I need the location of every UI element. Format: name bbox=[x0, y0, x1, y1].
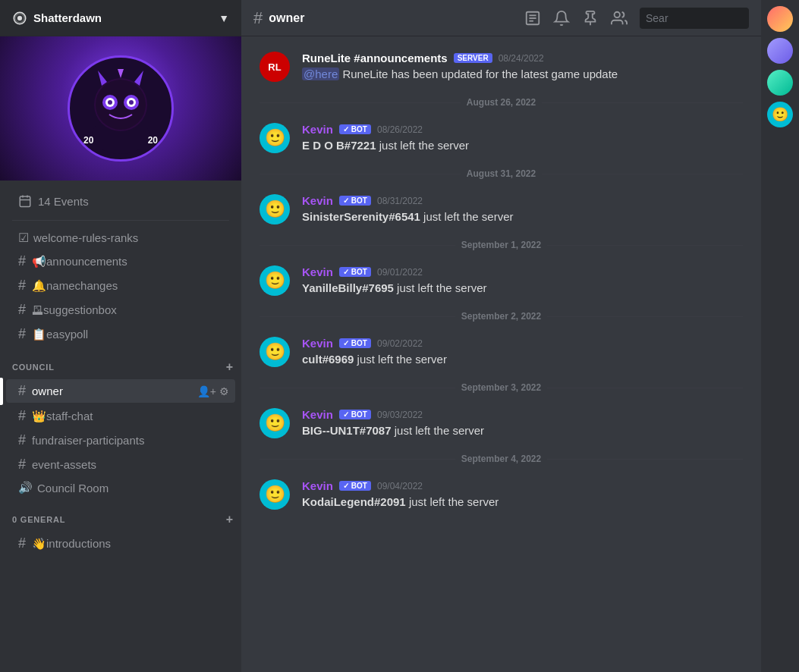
divider-text: September 1, 2022 bbox=[461, 240, 541, 250]
channel-item-welcome[interactable]: ☑ welcome-rules-ranks bbox=[6, 227, 235, 249]
message-timestamp: 08/26/2022 bbox=[377, 124, 423, 135]
voice-icon: 🔊 bbox=[18, 481, 33, 495]
message-kevin-3: 🙂 Kevin ✓BOT 09/01/2022 YanilleBilly#769… bbox=[241, 262, 761, 299]
channel-item-fundraiser[interactable]: # fundraiser-participants bbox=[6, 429, 235, 452]
threads-icon[interactable] bbox=[524, 10, 541, 27]
divider-text: August 31, 2022 bbox=[467, 168, 536, 179]
action-text: just left the server bbox=[409, 495, 499, 508]
events-item[interactable]: 14 Events bbox=[6, 188, 235, 214]
here-mention: @here bbox=[302, 68, 339, 80]
svg-point-21 bbox=[615, 11, 620, 17]
channel-left: # 👋introductions bbox=[18, 535, 111, 551]
message-kevin-6: 🙂 Kevin ✓BOT 09/04/2022 KodaiLegend#2091… bbox=[241, 476, 761, 513]
chevron-down-icon: ▼ bbox=[219, 12, 229, 24]
date-divider-aug26: August 26, 2022 bbox=[260, 97, 743, 108]
year-badge-right: 20 bbox=[148, 135, 158, 146]
channel-left: # 📢announcements bbox=[18, 253, 127, 269]
settings-icon[interactable]: ⚙ bbox=[219, 385, 229, 397]
main-content: # owner bbox=[241, 0, 761, 672]
date-divider-sep2: September 2, 2022 bbox=[260, 311, 743, 322]
notification-icon[interactable] bbox=[553, 10, 570, 27]
member-avatar-2[interactable] bbox=[767, 38, 793, 64]
message-author: RuneLite #announcements bbox=[302, 52, 448, 64]
message-header: Kevin ✓BOT 09/04/2022 bbox=[302, 479, 743, 492]
date-divider-sep4: September 4, 2022 bbox=[260, 454, 743, 464]
bot-badge: ✓BOT bbox=[339, 267, 371, 277]
category-council[interactable]: COUNCIL + bbox=[0, 347, 241, 378]
date-divider-sep3: September 3, 2022 bbox=[260, 382, 743, 393]
divider-line bbox=[260, 174, 461, 174]
server-header[interactable]: Shatterdawn ▼ bbox=[0, 0, 241, 36]
add-channel-icon[interactable]: + bbox=[225, 359, 235, 375]
add-channel-icon-general[interactable]: + bbox=[225, 511, 235, 528]
channel-label: Council Room bbox=[37, 482, 109, 495]
search-box[interactable]: Sear bbox=[640, 8, 749, 29]
message-timestamp: 09/03/2022 bbox=[377, 410, 423, 420]
member-avatar-4[interactable]: 🙂 bbox=[767, 102, 793, 127]
search-placeholder: Sear bbox=[646, 12, 668, 24]
hash-icon: # bbox=[18, 278, 26, 294]
messages-area[interactable]: RL RuneLite #announcements SERVER 08/24/… bbox=[241, 36, 761, 672]
server-name: Shatterdawn bbox=[33, 11, 102, 24]
channel-label: 🗳suggestionbox bbox=[32, 303, 117, 316]
calendar-icon bbox=[18, 194, 32, 208]
channel-item-suggestionbox[interactable]: # 🗳suggestionbox bbox=[6, 298, 235, 322]
username: SinisterSerenity#6541 bbox=[302, 210, 420, 223]
category-general[interactable]: 0 GENERAL + bbox=[0, 499, 241, 531]
message-kevin-5: 🙂 Kevin ✓BOT 09/03/2022 BIG--UN1T#7087 j… bbox=[241, 405, 761, 441]
events-label: 14 Events bbox=[38, 195, 89, 208]
channel-item-staffchat[interactable]: # 👑staff-chat bbox=[6, 404, 235, 428]
channel-label: 📋easypoll bbox=[32, 328, 88, 341]
message-text: BIG--UN1T#7087 just left the server bbox=[302, 422, 743, 438]
message-runelite: RL RuneLite #announcements SERVER 08/24/… bbox=[241, 49, 761, 85]
hash-icon: # bbox=[18, 535, 26, 551]
message-header: RuneLite #announcements SERVER 08/24/202… bbox=[302, 52, 743, 64]
username: cult#6969 bbox=[302, 353, 354, 366]
category-general-label: 0 GENERAL bbox=[12, 515, 65, 524]
svg-rect-12 bbox=[20, 196, 30, 207]
channel-left: 🔊 Council Room bbox=[18, 481, 109, 495]
hash-icon: # bbox=[18, 457, 26, 473]
message-text: YanilleBilly#7695 just left the server bbox=[302, 280, 743, 296]
member-avatar-3[interactable] bbox=[767, 70, 793, 96]
channel-item-introductions[interactable]: # 👋introductions bbox=[6, 532, 235, 555]
channel-item-announcements[interactable]: # 📢announcements bbox=[6, 250, 235, 273]
bot-badge: ✓BOT bbox=[339, 410, 371, 419]
action-text: just left the server bbox=[395, 424, 484, 437]
svg-point-7 bbox=[108, 100, 112, 105]
message-author: Kevin bbox=[302, 194, 333, 207]
divider-line bbox=[542, 102, 743, 103]
add-member-icon[interactable]: 👤+ bbox=[197, 385, 216, 397]
avatar-kevin: 🙂 bbox=[260, 123, 290, 153]
message-kevin-2: 🙂 Kevin ✓BOT 08/31/2022 SinisterSerenity… bbox=[241, 191, 761, 228]
channel-item-eventassets[interactable]: # event-assets bbox=[6, 453, 235, 476]
username: BIG--UN1T#7087 bbox=[302, 424, 392, 437]
avatar-kevin: 🙂 bbox=[260, 194, 290, 225]
message-content: Kevin ✓BOT 09/02/2022 cult#6969 just lef… bbox=[302, 337, 743, 367]
channel-left: # fundraiser-participants bbox=[18, 432, 144, 448]
message-header: Kevin ✓BOT 09/03/2022 bbox=[302, 408, 743, 421]
message-content: RuneLite #announcements SERVER 08/24/202… bbox=[302, 52, 743, 82]
date-divider-aug31: August 31, 2022 bbox=[260, 168, 743, 179]
members-icon[interactable] bbox=[611, 10, 628, 27]
message-text: cult#6969 just left the server bbox=[302, 351, 743, 367]
divider-line bbox=[260, 316, 455, 317]
member-avatar-1[interactable] bbox=[767, 6, 793, 32]
message-text: @here RuneLite has been updated for the … bbox=[302, 66, 743, 82]
channel-left: ☑ welcome-rules-ranks bbox=[18, 231, 138, 245]
channel-item-owner[interactable]: # owner 👤+ ⚙ bbox=[6, 379, 235, 403]
divider-line bbox=[260, 245, 455, 246]
server-badge: SERVER bbox=[454, 53, 492, 63]
username: YanilleBilly#7695 bbox=[302, 281, 394, 294]
action-text: just left the server bbox=[397, 281, 486, 294]
pin-icon[interactable] bbox=[582, 10, 599, 27]
channel-item-easypoll[interactable]: # 📋easypoll bbox=[6, 322, 235, 346]
message-author: Kevin bbox=[302, 337, 333, 350]
action-text: just left the server bbox=[357, 353, 447, 366]
channel-label: welcome-rules-ranks bbox=[33, 231, 138, 244]
channel-label: owner bbox=[32, 385, 63, 397]
hash-icon: # bbox=[18, 432, 26, 448]
channel-item-councilroom[interactable]: 🔊 Council Room bbox=[6, 477, 235, 498]
channel-item-namechanges[interactable]: # 🔔namechanges bbox=[6, 274, 235, 297]
channel-left: # 📋easypoll bbox=[18, 326, 88, 342]
